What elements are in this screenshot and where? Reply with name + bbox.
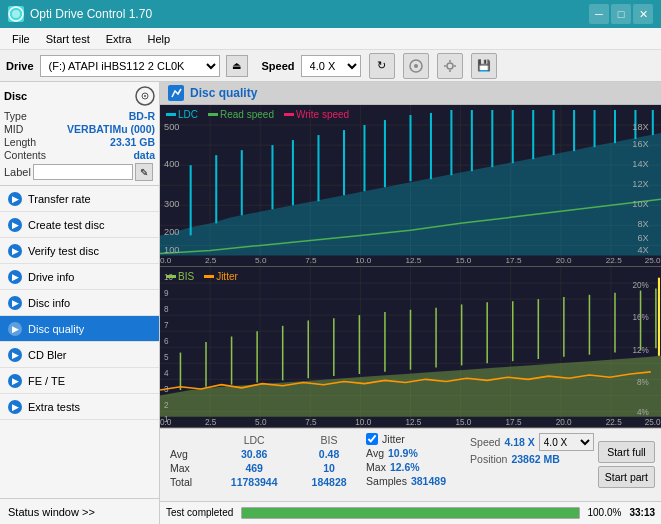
menu-extra[interactable]: Extra (98, 31, 140, 47)
avg-label: Avg (166, 447, 212, 461)
svg-text:200: 200 (164, 228, 179, 238)
nav-label-cd-bler: CD Bler (28, 349, 67, 361)
status-window-button[interactable]: Status window >> (0, 498, 159, 524)
sidebar-item-verify-test-disc[interactable]: ▶ Verify test disc (0, 238, 159, 264)
jitter-legend-label: Jitter (216, 271, 238, 282)
nav-label-extra-tests: Extra tests (28, 401, 80, 413)
write-speed-legend-item: Write speed (284, 109, 349, 120)
sidebar: Disc Type BD-R MID VERBATIMu (000) Lengt… (0, 82, 160, 524)
content-area: Disc quality (160, 82, 661, 524)
svg-text:100: 100 (164, 246, 179, 256)
svg-text:22.5: 22.5 (606, 257, 622, 266)
titlebar: Opti Drive Control 1.70 ─ □ ✕ (0, 0, 661, 28)
menubar: File Start test Extra Help (0, 28, 661, 50)
type-value: BD-R (129, 110, 155, 122)
col-empty (166, 433, 212, 447)
max-bis: 10 (296, 461, 362, 475)
sidebar-item-disc-info[interactable]: ▶ Disc info (0, 290, 159, 316)
svg-text:18X: 18X (632, 122, 648, 132)
type-key: Type (4, 110, 27, 122)
svg-text:4%: 4% (637, 406, 649, 416)
jitter-samples-value: 381489 (411, 475, 446, 487)
progress-bar-container (241, 507, 579, 519)
stats-area: LDC BIS Avg 30.86 0.48 Max (160, 428, 661, 500)
main-layout: Disc Type BD-R MID VERBATIMu (000) Lengt… (0, 82, 661, 524)
nav-label-verify-test-disc: Verify test disc (28, 245, 99, 257)
close-button[interactable]: ✕ (633, 4, 653, 24)
start-part-button[interactable]: Start part (598, 466, 655, 488)
avg-ldc: 30.86 (212, 447, 296, 461)
eject-button[interactable]: ⏏ (226, 55, 248, 77)
bis-legend-color (166, 275, 176, 278)
cd-bler-icon: ▶ (8, 348, 22, 362)
write-speed-legend-label: Write speed (296, 109, 349, 120)
svg-text:400: 400 (164, 160, 179, 170)
jitter-max-label: Max (366, 461, 386, 473)
svg-text:20.0: 20.0 (556, 417, 572, 427)
disc-panel: Disc Type BD-R MID VERBATIMu (000) Lengt… (0, 82, 159, 186)
svg-text:0.0: 0.0 (160, 417, 172, 427)
disc-info-icon: ▶ (8, 296, 22, 310)
jitter-legend-color (204, 275, 214, 278)
start-full-button[interactable]: Start full (598, 441, 655, 463)
contents-value: data (133, 149, 155, 161)
disc-icon-button[interactable] (403, 53, 429, 79)
read-speed-legend-label: Read speed (220, 109, 274, 120)
sidebar-item-create-test-disc[interactable]: ▶ Create test disc (0, 212, 159, 238)
svg-text:10X: 10X (632, 200, 648, 210)
speed-select[interactable]: 4.0 X (301, 55, 361, 77)
sidebar-item-drive-info[interactable]: ▶ Drive info (0, 264, 159, 290)
status-completed-text: Test completed (166, 507, 233, 518)
nav-label-transfer-rate: Transfer rate (28, 193, 91, 205)
maximize-button[interactable]: □ (611, 4, 631, 24)
mid-key: MID (4, 123, 23, 135)
col-bis: BIS (296, 433, 362, 447)
sidebar-item-fe-te[interactable]: ▶ FE / TE (0, 368, 159, 394)
jitter-section: Jitter Avg 10.9% Max 12.6% Samples 38148… (366, 433, 466, 496)
position-value: 23862 MB (511, 453, 559, 465)
svg-text:10.0: 10.0 (355, 417, 371, 427)
svg-text:5.0: 5.0 (255, 257, 267, 266)
drive-info-icon: ▶ (8, 270, 22, 284)
speed-select-sm[interactable]: 4.0 X (539, 433, 594, 451)
settings-button[interactable] (437, 53, 463, 79)
svg-text:12.5: 12.5 (405, 417, 421, 427)
bis-legend-label: BIS (178, 271, 194, 282)
read-speed-legend-item: Read speed (208, 109, 274, 120)
label-edit-button[interactable]: ✎ (135, 163, 153, 181)
svg-text:6X: 6X (637, 234, 648, 244)
menu-help[interactable]: Help (139, 31, 178, 47)
nav-label-fe-te: FE / TE (28, 375, 65, 387)
menu-file[interactable]: File (4, 31, 38, 47)
sidebar-item-transfer-rate[interactable]: ▶ Transfer rate (0, 186, 159, 212)
position-row: Position 23862 MB (470, 453, 594, 465)
nav-label-disc-info: Disc info (28, 297, 70, 309)
jitter-max-value: 12.6% (390, 461, 420, 473)
refresh-button[interactable]: ↻ (369, 53, 395, 79)
svg-text:9: 9 (164, 288, 169, 298)
write-speed-legend-color (284, 113, 294, 116)
position-key: Position (470, 453, 507, 465)
drive-select[interactable]: (F:) ATAPI iHBS112 2 CL0K (40, 55, 220, 77)
fe-te-icon: ▶ (8, 374, 22, 388)
save-button[interactable]: 💾 (471, 53, 497, 79)
max-ldc: 469 (212, 461, 296, 475)
svg-text:12.5: 12.5 (405, 257, 421, 266)
nav-label-drive-info: Drive info (28, 271, 74, 283)
ldc-legend-item: LDC (166, 109, 198, 120)
chart-header: Disc quality (160, 82, 661, 105)
minimize-button[interactable]: ─ (589, 4, 609, 24)
menu-start-test[interactable]: Start test (38, 31, 98, 47)
avg-bis: 0.48 (296, 447, 362, 461)
sidebar-item-cd-bler[interactable]: ▶ CD Bler (0, 342, 159, 368)
disc-label-row: Label ✎ (4, 163, 155, 181)
sidebar-item-disc-quality[interactable]: ▶ Disc quality (0, 316, 159, 342)
sidebar-item-extra-tests[interactable]: ▶ Extra tests (0, 394, 159, 420)
svg-text:500: 500 (164, 122, 179, 132)
jitter-checkbox[interactable] (366, 433, 378, 445)
svg-text:3: 3 (164, 384, 169, 394)
length-value: 23.31 GB (110, 136, 155, 148)
jitter-avg-row: Avg 10.9% (366, 447, 466, 459)
label-input[interactable] (33, 164, 133, 180)
svg-text:17.5: 17.5 (506, 257, 522, 266)
